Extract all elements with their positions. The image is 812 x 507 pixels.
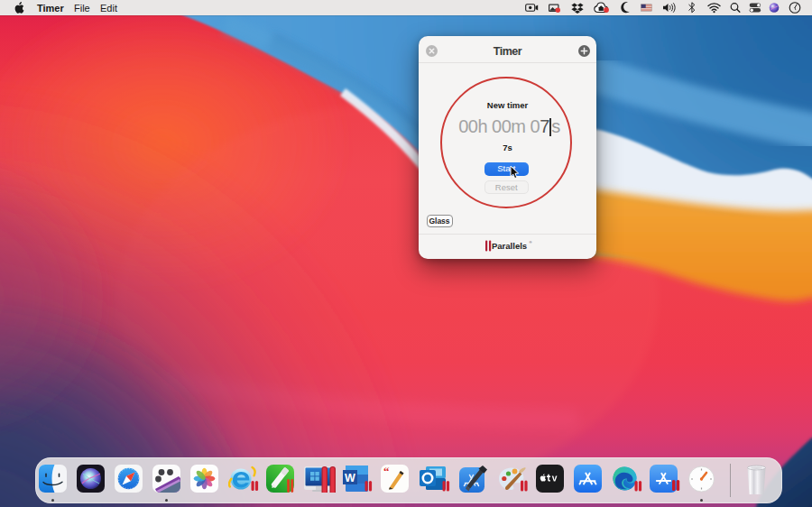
svg-text:“: “ (383, 465, 390, 478)
svg-text:Parallels: Parallels (492, 241, 527, 251)
svg-text:W: W (345, 472, 355, 484)
svg-text:®: ® (529, 240, 531, 244)
